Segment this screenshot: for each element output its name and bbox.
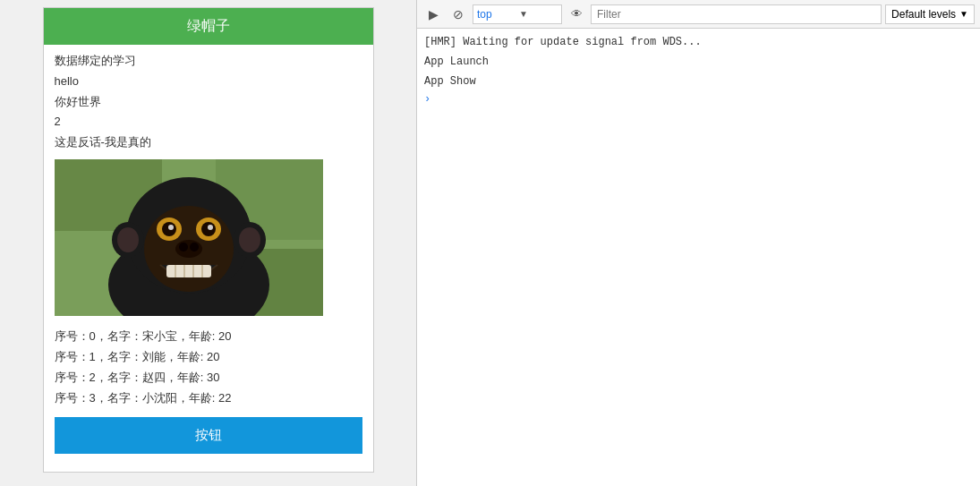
person-list: 序号：0，名字：宋小宝，年龄: 20 序号：1，名字：刘能，年龄: 20 序号：… <box>55 327 362 408</box>
play-button[interactable]: ▶ <box>422 4 444 25</box>
text-line-2: hello <box>55 72 362 91</box>
console-line-1: App Launch <box>417 52 980 72</box>
levels-dropdown[interactable]: Default levels ▼ <box>885 4 975 24</box>
app-title: 绿帽子 <box>44 8 373 45</box>
left-panel: 绿帽子 数据绑定的学习 hello 你好世界 2 这是反话-我是真的 <box>0 0 416 486</box>
ban-button[interactable]: ⊘ <box>447 4 469 25</box>
person-item-0: 序号：0，名字：宋小宝，年龄: 20 <box>55 327 362 346</box>
context-label: top <box>477 8 516 21</box>
console-output: [HMR] Waiting for update signal from WDS… <box>417 29 980 486</box>
text-line-1: 数据绑定的学习 <box>55 52 362 71</box>
devtools-panel: ▶ ⊘ top ▼ 👁 Default levels ▼ [HMR] Waiti… <box>416 0 980 486</box>
eye-icon: 👁 <box>571 7 583 21</box>
eye-button[interactable]: 👁 <box>566 4 587 25</box>
action-button[interactable]: 按钮 <box>55 417 362 454</box>
ban-icon: ⊘ <box>453 7 464 21</box>
context-selector[interactable]: top ▼ <box>473 4 562 24</box>
chevron-down-icon: ▼ <box>519 9 558 19</box>
console-line-2: App Show <box>417 72 980 91</box>
devtools-toolbar: ▶ ⊘ top ▼ 👁 Default levels ▼ <box>417 0 980 29</box>
levels-label: Default levels <box>891 8 956 21</box>
svg-point-16 <box>208 225 213 230</box>
person-item-1: 序号：1，名字：刘能，年龄: 20 <box>55 347 362 367</box>
svg-point-9 <box>239 227 260 252</box>
chevron-right-icon: › <box>424 93 430 106</box>
svg-point-7 <box>117 227 139 252</box>
console-line-0: [HMR] Waiting for update signal from WDS… <box>417 32 980 52</box>
svg-point-15 <box>168 225 174 230</box>
play-icon: ▶ <box>429 7 439 21</box>
text-line-5: 这是反话-我是真的 <box>55 133 362 152</box>
svg-point-19 <box>190 243 199 252</box>
text-line-4: 2 <box>55 113 362 132</box>
filter-input[interactable] <box>591 4 882 24</box>
phone-content: 数据绑定的学习 hello 你好世界 2 这是反话-我是真的 <box>44 45 373 472</box>
monkey-image <box>55 159 323 316</box>
console-expand-chevron[interactable]: › <box>417 91 980 107</box>
svg-rect-20 <box>166 265 211 277</box>
svg-point-18 <box>179 243 188 252</box>
text-line-3: 你好世界 <box>55 93 362 112</box>
phone-frame: 绿帽子 数据绑定的学习 hello 你好世界 2 这是反话-我是真的 <box>43 7 374 473</box>
person-item-2: 序号：2，名字：赵四，年龄: 30 <box>55 368 362 388</box>
levels-chevron-icon: ▼ <box>959 9 968 19</box>
person-item-3: 序号：3，名字：小沈阳，年龄: 22 <box>55 388 362 408</box>
